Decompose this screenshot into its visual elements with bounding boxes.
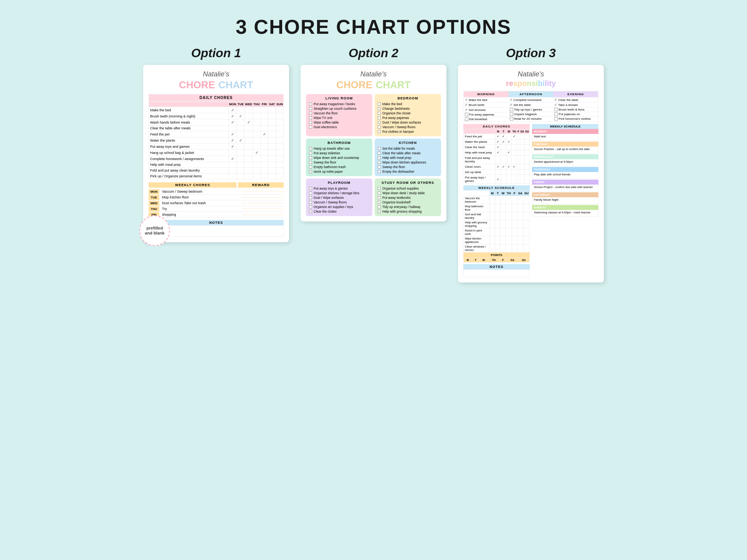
checkbox[interactable]: [465, 117, 468, 121]
checkbox[interactable]: [309, 102, 312, 106]
checkbox[interactable]: [378, 201, 381, 204]
ws-check-cell[interactable]: [501, 244, 506, 253]
opt1-check-cell[interactable]: [253, 173, 261, 179]
dc-check-cell[interactable]: [525, 134, 530, 139]
opt1-check-cell[interactable]: [261, 173, 268, 179]
dc-check-cell[interactable]: [520, 164, 525, 170]
ws-check-cell[interactable]: [490, 212, 495, 220]
ws-check-cell[interactable]: [501, 228, 506, 236]
dc-check-cell[interactable]: [496, 170, 501, 175]
dc-check-cell[interactable]: [496, 155, 501, 164]
dc-check-cell[interactable]: [501, 145, 506, 150]
ws-check-cell[interactable]: [501, 204, 506, 212]
checkbox[interactable]: [309, 161, 312, 164]
checkbox[interactable]: [378, 112, 381, 115]
dc-check-cell[interactable]: [520, 139, 525, 145]
ws-check-cell[interactable]: [501, 220, 506, 228]
checkbox[interactable]: [309, 205, 312, 208]
opt1-check-cell[interactable]: [276, 168, 284, 173]
checkbox[interactable]: [309, 201, 312, 204]
checkbox[interactable]: [510, 117, 513, 121]
opt1-check-cell[interactable]: [245, 173, 253, 179]
checkbox[interactable]: [309, 187, 312, 190]
opt1-check-cell[interactable]: [268, 162, 276, 168]
ws-check-cell[interactable]: [512, 212, 517, 220]
opt1-check-cell[interactable]: [268, 144, 276, 150]
opt1-check-cell[interactable]: [261, 107, 268, 113]
opt1-check-cell[interactable]: [253, 144, 261, 150]
checkbox[interactable]: [554, 108, 558, 111]
checkbox[interactable]: [510, 108, 513, 111]
opt1-check-cell[interactable]: [228, 150, 237, 156]
ws-check-cell[interactable]: [495, 236, 501, 244]
ws-check-cell[interactable]: [495, 220, 501, 228]
opt1-check-cell[interactable]: [253, 126, 261, 131]
opt1-check-cell[interactable]: [268, 173, 276, 179]
checkbox[interactable]: [554, 117, 558, 121]
opt1-check-cell[interactable]: ✓: [237, 113, 245, 119]
opt1-check-cell[interactable]: [245, 156, 253, 162]
opt1-check-cell[interactable]: [253, 107, 261, 113]
ws-check-cell[interactable]: [523, 204, 529, 212]
dc-check-cell[interactable]: [517, 134, 520, 139]
checkbox[interactable]: [378, 152, 381, 155]
opt1-check-cell[interactable]: [276, 107, 284, 113]
opt1-check-cell[interactable]: [276, 113, 284, 119]
opt1-check-cell[interactable]: [245, 162, 253, 168]
opt1-check-cell[interactable]: [228, 168, 237, 173]
ws-check-cell[interactable]: [506, 212, 512, 220]
opt1-check-cell[interactable]: [268, 107, 276, 113]
dc-check-cell[interactable]: [501, 175, 506, 184]
opt1-check-cell[interactable]: [261, 162, 268, 168]
opt1-check-cell[interactable]: [253, 113, 261, 119]
dc-check-cell[interactable]: [501, 170, 506, 175]
opt1-check-cell[interactable]: [261, 119, 268, 126]
dc-check-cell[interactable]: [525, 155, 530, 164]
opt1-check-cell[interactable]: [237, 119, 245, 126]
ws-check-cell[interactable]: [512, 244, 517, 253]
dc-check-cell[interactable]: [525, 170, 530, 175]
ws-check-cell[interactable]: [490, 220, 495, 228]
opt1-check-cell[interactable]: [261, 156, 268, 162]
checkbox[interactable]: [309, 112, 312, 115]
checkbox[interactable]: [309, 107, 312, 110]
checkbox[interactable]: [378, 205, 381, 208]
opt1-check-cell[interactable]: [253, 156, 261, 162]
dc-check-cell[interactable]: ✓: [496, 139, 501, 145]
opt1-check-cell[interactable]: [268, 168, 276, 173]
dc-check-cell[interactable]: ✓: [501, 164, 506, 170]
ws-check-cell[interactable]: [495, 228, 501, 236]
opt1-check-cell[interactable]: ✓: [261, 131, 268, 137]
ws-check-cell[interactable]: [517, 212, 523, 220]
opt1-check-cell[interactable]: ✓: [228, 119, 237, 126]
opt1-check-cell[interactable]: [237, 168, 245, 173]
ws-check-cell[interactable]: [506, 196, 512, 204]
opt1-check-cell[interactable]: [268, 119, 276, 126]
checkbox[interactable]: [309, 147, 312, 150]
ws-check-cell[interactable]: [501, 196, 506, 204]
ws-check-cell[interactable]: [490, 204, 495, 212]
checkbox[interactable]: [378, 170, 381, 173]
opt1-check-cell[interactable]: [276, 173, 284, 179]
opt1-check-cell[interactable]: [261, 144, 268, 150]
dc-check-cell[interactable]: ✓: [496, 145, 501, 150]
dc-check-cell[interactable]: [520, 175, 525, 184]
opt1-check-cell[interactable]: ✓: [228, 107, 237, 113]
dc-check-cell[interactable]: [512, 155, 517, 164]
dc-check-cell[interactable]: [506, 175, 512, 184]
dc-check-cell[interactable]: ✓: [512, 164, 517, 170]
dc-check-cell[interactable]: [517, 175, 520, 184]
ws-check-cell[interactable]: [512, 204, 517, 212]
dc-check-cell[interactable]: [517, 145, 520, 150]
checkbox[interactable]: [554, 112, 558, 116]
ws-check-cell[interactable]: [495, 196, 501, 204]
opt1-check-cell[interactable]: [245, 107, 253, 113]
ws-check-cell[interactable]: [523, 220, 529, 228]
checkbox[interactable]: [309, 170, 312, 173]
ws-check-cell[interactable]: [523, 196, 529, 204]
opt1-check-cell[interactable]: [268, 126, 276, 131]
checkbox[interactable]: [378, 126, 381, 129]
checkbox[interactable]: [309, 121, 312, 124]
checkbox[interactable]: [309, 152, 312, 155]
ws-check-cell[interactable]: [523, 236, 529, 244]
